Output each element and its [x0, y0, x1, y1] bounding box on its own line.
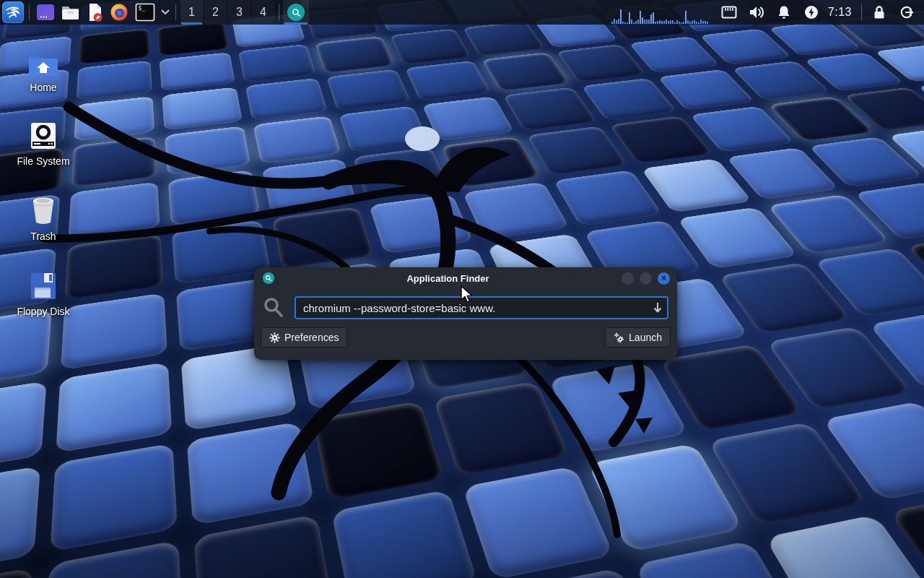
- launcher-firefox[interactable]: [108, 1, 130, 23]
- cpu-bar: [700, 20, 702, 24]
- panel-separator: [861, 4, 862, 20]
- applications-menu-button[interactable]: [2, 1, 24, 23]
- cpu-bar: [642, 17, 643, 24]
- maximize-button[interactable]: [640, 272, 652, 285]
- launcher-text-editor[interactable]: [84, 1, 105, 23]
- launch-label: Launch: [629, 332, 662, 343]
- logout-icon[interactable]: [898, 4, 915, 21]
- cpu-bar: [659, 20, 661, 24]
- cpu-bar: [648, 20, 650, 24]
- chevron-down-icon: [161, 9, 170, 15]
- cpu-bar: [676, 20, 678, 24]
- volume-icon[interactable]: [748, 4, 765, 21]
- cpu-bar: [624, 22, 626, 24]
- cpu-bar: [640, 11, 641, 24]
- cpu-bar: [622, 22, 624, 24]
- cpu-bar: [696, 22, 697, 24]
- kali-logo-icon: [4, 4, 22, 21]
- power-manager-icon[interactable]: [803, 4, 820, 21]
- desktop-icon-trash[interactable]: Trash: [6, 191, 81, 242]
- cpu-bar: [687, 20, 689, 24]
- cpu-bar: [611, 22, 613, 25]
- panel-clock[interactable]: 7:13: [828, 6, 852, 19]
- application-finder-window: Application Finder ×: [254, 267, 677, 360]
- cpu-bar: [698, 22, 699, 24]
- terminal-dropdown-button[interactable]: [160, 1, 170, 23]
- cpu-bar: [614, 19, 615, 24]
- cpu-bar: [646, 20, 648, 24]
- launch-button[interactable]: Launch: [605, 327, 671, 348]
- cpu-bar: [692, 21, 693, 24]
- cpu-bar: [657, 21, 658, 24]
- cpu-bar: [661, 21, 663, 24]
- floppy-disk-icon: [6, 266, 81, 301]
- panel-separator: [279, 4, 279, 20]
- launch-gears-icon: [614, 332, 624, 343]
- desktop-icon-home[interactable]: Home: [6, 42, 81, 93]
- workspace-pager: 1 2 3 4: [180, 0, 275, 25]
- cpu-bar: [668, 21, 669, 24]
- cpu-bar: [620, 9, 622, 24]
- desktop-icon-file-system[interactable]: File System: [6, 116, 81, 167]
- gear-icon: [269, 332, 280, 343]
- desktop-icon-label: Trash: [6, 230, 81, 242]
- cpu-bar: [650, 14, 652, 24]
- cpu-bar: [663, 21, 665, 24]
- tasklist-application-finder[interactable]: [283, 0, 309, 25]
- cpu-bar: [653, 12, 654, 24]
- appfinder-task-icon: [287, 4, 305, 21]
- cpu-bar: [679, 22, 680, 25]
- hard-disk-icon: [6, 116, 81, 150]
- lock-screen-icon[interactable]: [871, 4, 888, 21]
- notifications-bell-icon[interactable]: [775, 4, 793, 21]
- firefox-icon: [110, 3, 128, 22]
- cpu-bar: [631, 20, 632, 24]
- purple-window-icon: [36, 3, 55, 22]
- cpu-bar: [644, 20, 645, 24]
- search-icon: [263, 296, 284, 319]
- launcher-file-manager[interactable]: [59, 1, 81, 23]
- cpu-bar: [635, 21, 637, 25]
- cpu-bar: [702, 21, 704, 24]
- preferences-label: Preferences: [284, 332, 339, 343]
- cpu-bar: [627, 22, 628, 24]
- cpu-bar: [655, 22, 656, 25]
- cpu-bar: [681, 22, 682, 24]
- cpu-bar: [637, 20, 639, 25]
- minimize-button[interactable]: [622, 272, 634, 285]
- appfinder-window-icon: [263, 272, 274, 284]
- cpu-bar: [685, 11, 687, 24]
- cpu-bar: [616, 20, 617, 24]
- mouse-cursor: [460, 285, 476, 304]
- svg-text:$_: $_: [139, 5, 146, 12]
- network-ethernet-icon[interactable]: [720, 4, 738, 21]
- cpu-bar: [672, 20, 674, 24]
- workspace-2[interactable]: 2: [204, 0, 227, 25]
- workspace-3[interactable]: 3: [228, 0, 250, 25]
- launcher-window-app[interactable]: [35, 1, 56, 23]
- preferences-button[interactable]: Preferences: [261, 327, 347, 348]
- document-edit-icon: [85, 3, 104, 22]
- close-button[interactable]: ×: [658, 272, 670, 285]
- entry-dropdown-arrow-icon[interactable]: [653, 302, 663, 314]
- cpu-bar: [707, 22, 708, 25]
- panel-separator: [29, 4, 30, 20]
- terminal-icon: $_: [135, 3, 155, 22]
- cpu-bar: [683, 22, 684, 24]
- cpu-bar: [633, 22, 635, 24]
- cpu-bar: [629, 12, 630, 24]
- cpu-bar: [666, 20, 667, 24]
- desktop-icon-floppy-disk[interactable]: Floppy Disk: [6, 266, 81, 317]
- window-title: Application Finder: [274, 273, 622, 284]
- workspace-4[interactable]: 4: [252, 0, 274, 25]
- top-panel: $_ 1 2 3 4: [0, 0, 924, 25]
- folder-icon: [61, 3, 80, 22]
- home-folder-icon: [6, 42, 81, 77]
- launcher-terminal[interactable]: $_: [133, 1, 157, 23]
- cpu-bar: [674, 22, 676, 24]
- panel-separator: [175, 4, 176, 20]
- workspace-1[interactable]: 1: [180, 0, 203, 25]
- cpu-bar: [670, 20, 671, 24]
- appfinder-search-input[interactable]: [295, 296, 668, 319]
- cpu-load-graph[interactable]: [611, 0, 711, 25]
